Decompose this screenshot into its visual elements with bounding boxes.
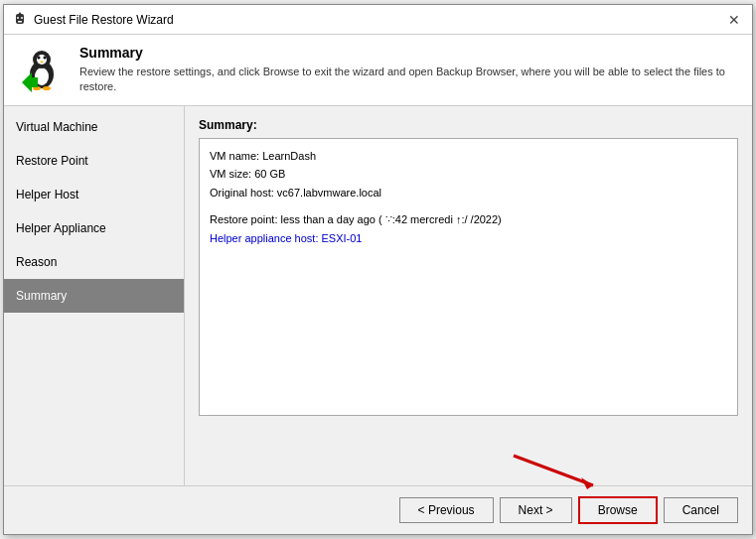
cancel-button[interactable]: Cancel	[664, 497, 738, 523]
sidebar-item-helper-host[interactable]: Helper Host	[4, 178, 184, 211]
header-content: Summary Review the restore settings, and…	[79, 45, 738, 95]
svg-point-9	[38, 57, 41, 60]
sidebar-item-restore-point[interactable]: Restore Point	[4, 144, 184, 178]
header-icon	[18, 45, 66, 92]
summary-line-restore-point: Restore point: less than a day ago ( ∵:4…	[210, 210, 727, 229]
svg-marker-4	[18, 12, 22, 15]
dialog: Guest File Restore Wizard ✕ Summary R	[3, 4, 753, 535]
summary-line-spacer	[210, 202, 727, 210]
svg-point-1	[17, 17, 19, 19]
summary-line-vm-size: VM size: 60 GB	[210, 165, 727, 184]
wizard-icon	[12, 12, 28, 28]
title-bar: Guest File Restore Wizard ✕	[4, 5, 752, 35]
svg-point-2	[21, 17, 23, 19]
summary-line-helper-appliance: Helper appliance host: ESXI-01	[210, 229, 727, 248]
close-button[interactable]: ✕	[724, 12, 744, 28]
svg-point-13	[43, 86, 51, 90]
sidebar-item-virtual-machine[interactable]: Virtual Machine	[4, 110, 184, 144]
title-bar-left: Guest File Restore Wizard	[12, 12, 174, 28]
sidebar-item-summary[interactable]: Summary	[4, 279, 184, 313]
svg-point-10	[44, 57, 47, 60]
browse-button[interactable]: Browse	[578, 496, 658, 524]
title-bar-title: Guest File Restore Wizard	[34, 13, 174, 27]
sidebar: Virtual Machine Restore Point Helper Hos…	[4, 106, 185, 485]
sidebar-item-helper-appliance[interactable]: Helper Appliance	[4, 211, 184, 245]
body: Virtual Machine Restore Point Helper Hos…	[4, 106, 752, 485]
svg-rect-3	[18, 21, 22, 23]
next-button[interactable]: Next >	[500, 497, 572, 523]
main-content: Summary: VM name: LearnDash VM size: 60 …	[185, 106, 752, 485]
svg-point-8	[37, 55, 47, 65]
footer: < Previous Next > Browse Cancel	[4, 485, 752, 534]
header-description: Review the restore settings, and click B…	[79, 65, 738, 95]
summary-box: VM name: LearnDash VM size: 60 GB Origin…	[199, 138, 738, 416]
summary-label: Summary:	[199, 118, 738, 132]
sidebar-item-reason[interactable]: Reason	[4, 245, 184, 279]
header: Summary Review the restore settings, and…	[4, 35, 752, 106]
summary-line-original-host: Original host: vc67.labvmware.local	[210, 184, 727, 202]
summary-line-vm-name: VM name: LearnDash	[210, 147, 727, 166]
previous-button[interactable]: < Previous	[399, 497, 494, 523]
header-title: Summary	[79, 45, 738, 61]
